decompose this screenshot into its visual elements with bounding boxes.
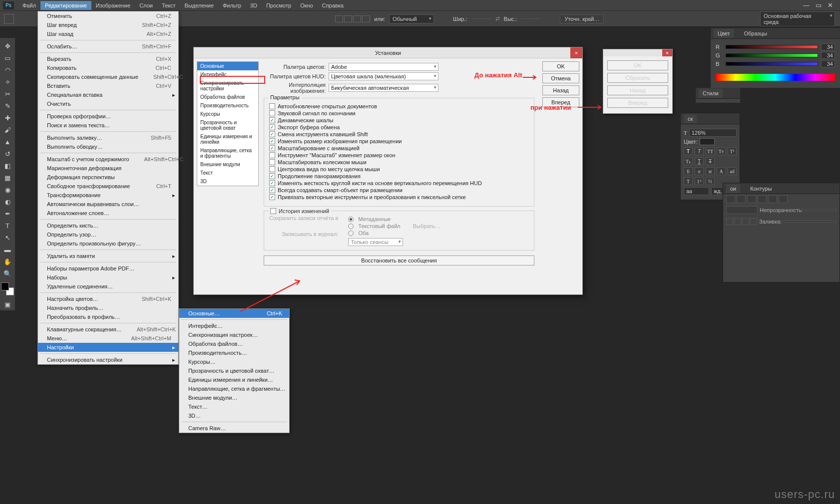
category-item[interactable]: Производительность xyxy=(197,101,258,110)
crop-tool-icon[interactable]: ✂ xyxy=(1,88,14,99)
alt-back-button[interactable]: Назад xyxy=(607,85,668,95)
eyedropper-tool-icon[interactable]: ✎ xyxy=(1,100,14,111)
menu-item[interactable]: Назначить профиль… xyxy=(38,303,178,312)
checkbox[interactable] xyxy=(269,131,275,137)
choose-button[interactable]: Выбрать… xyxy=(413,223,440,229)
filter-smart-icon[interactable] xyxy=(779,195,788,203)
underline-icon[interactable]: T xyxy=(695,157,704,165)
menu-item[interactable]: Основные…Ctrl+K xyxy=(179,309,289,318)
eraser-tool-icon[interactable]: ◧ xyxy=(1,160,14,171)
close-icon[interactable]: ✕ xyxy=(828,1,833,9)
tab-char[interactable]: ск xyxy=(684,114,697,123)
category-item[interactable]: Обработка файлов xyxy=(197,93,258,101)
ok-button[interactable]: OK xyxy=(542,61,579,71)
alt-ok-button[interactable]: OK xyxy=(607,60,668,70)
boolean-int-icon[interactable] xyxy=(362,15,370,22)
a-icon[interactable]: A xyxy=(717,167,726,175)
menu-item[interactable]: КопироватьCtrl+C xyxy=(38,63,178,72)
workspace-select[interactable]: Основная рабочая среда xyxy=(760,11,835,26)
hud-select[interactable]: Цветовая шкала (маленькая) xyxy=(329,72,438,80)
menu-item[interactable]: Единицы измерения и линейки… xyxy=(179,375,289,384)
menu-item[interactable]: Поиск и замена текста… xyxy=(38,121,178,130)
super-icon[interactable]: T¹ xyxy=(728,147,737,155)
r-slider[interactable] xyxy=(726,45,818,49)
menu-item[interactable]: Синхронизировать настройки xyxy=(38,355,178,364)
radio-textfile[interactable] xyxy=(348,224,354,229)
checkbox[interactable] xyxy=(269,103,275,109)
menu-фильтр[interactable]: Фильтр xyxy=(218,1,246,10)
boolean-add-icon[interactable] xyxy=(344,15,352,22)
move-tool-icon[interactable]: ✥ xyxy=(1,40,14,51)
menu-item[interactable]: Обработка файлов… xyxy=(179,339,289,348)
b-value[interactable]: 34 xyxy=(821,60,835,67)
tab-color[interactable]: Цвет xyxy=(714,29,734,38)
category-item[interactable]: Единицы измерения и линейки xyxy=(197,132,258,146)
radio-metadata[interactable] xyxy=(348,217,354,222)
menu-item[interactable]: Меню…Alt+Shift+Ctrl+M xyxy=(38,334,178,343)
menu-item[interactable]: Наборы xyxy=(38,273,178,282)
menu-item[interactable]: Выполнить обводку… xyxy=(38,142,178,151)
filter-type-icon[interactable] xyxy=(758,195,767,203)
menu-справка[interactable]: Справка xyxy=(318,1,348,10)
st-icon[interactable]: st xyxy=(706,167,715,175)
checkbox[interactable] xyxy=(269,180,275,186)
menu-текст[interactable]: Текст xyxy=(157,1,180,10)
half-icon[interactable]: ½ xyxy=(706,177,715,185)
menu-выделение[interactable]: Выделение xyxy=(180,1,218,10)
write-log-select[interactable]: Только сеансы xyxy=(348,238,403,246)
alt-forward-button[interactable]: Вперед xyxy=(607,98,668,108)
strike-icon[interactable]: T xyxy=(706,157,715,165)
stamp-tool-icon[interactable]: ▲ xyxy=(1,136,14,147)
menu-item[interactable]: ВставитьCtrl+V xyxy=(38,81,178,90)
bold-icon[interactable]: T xyxy=(684,147,693,155)
alt-close-button[interactable]: × xyxy=(662,49,672,56)
shape-tool-icon[interactable]: ▬ xyxy=(1,244,14,255)
boolean-sub-icon[interactable] xyxy=(353,15,361,22)
lasso-tool-icon[interactable]: ◠ xyxy=(1,64,14,75)
fi-icon[interactable]: fi xyxy=(684,167,693,175)
allcaps-icon[interactable]: TT xyxy=(706,147,715,155)
menu-item[interactable]: Camera Raw… xyxy=(179,424,289,433)
menu-item[interactable]: Шаг впередShift+Ctrl+Z xyxy=(38,20,178,29)
menu-item[interactable]: Наборы параметров Adobe PDF… xyxy=(38,264,178,273)
category-item[interactable]: Интерфейс xyxy=(197,70,258,79)
t1-icon[interactable]: T xyxy=(684,177,693,185)
menu-item[interactable]: Настройка цветов…Shift+Ctrl+K xyxy=(38,294,178,303)
filter-adj-icon[interactable] xyxy=(747,195,756,203)
menu-изображение[interactable]: Изображение xyxy=(91,1,135,10)
menu-item[interactable]: Интерфейс… xyxy=(179,321,289,330)
menu-просмотр[interactable]: Просмотр xyxy=(262,1,296,10)
category-item[interactable]: Внешние модули xyxy=(197,160,258,169)
menu-item[interactable]: Удаленные соединения… xyxy=(38,282,178,291)
text-color-swatch[interactable] xyxy=(700,138,715,145)
tab-layers[interactable]: ои xyxy=(726,184,740,193)
history-checkbox[interactable] xyxy=(270,208,276,214)
menu-item[interactable]: Настройки xyxy=(38,343,178,352)
dodge-tool-icon[interactable]: ◐ xyxy=(1,196,14,207)
filter-pixel-icon[interactable] xyxy=(737,195,746,203)
menu-item[interactable]: Прозрачность и цветовой охват… xyxy=(179,366,289,375)
zoom-tool-icon[interactable]: 🔍 xyxy=(1,268,14,279)
menu-редактирование[interactable]: Редактирование xyxy=(40,1,91,10)
blend-mode-select[interactable] xyxy=(726,206,758,214)
history-brush-icon[interactable]: ↺ xyxy=(1,148,14,159)
checkbox[interactable] xyxy=(269,110,275,116)
checkbox[interactable] xyxy=(269,117,275,123)
blur-tool-icon[interactable]: ◉ xyxy=(1,184,14,195)
g-value[interactable]: 34 xyxy=(821,52,835,59)
picker-select[interactable]: Adobe xyxy=(329,63,438,71)
menu-item[interactable]: Скопировать совмещенные данныеShift+Ctrl… xyxy=(38,72,178,81)
menu-item[interactable]: Ослабить…Shift+Ctrl+F xyxy=(38,42,178,51)
tab-swatches[interactable]: Образцы xyxy=(740,29,771,38)
menu-item[interactable]: Очистить xyxy=(38,99,178,108)
category-item[interactable]: Основные xyxy=(197,62,258,70)
menu-item[interactable]: Внешние модули… xyxy=(179,393,289,402)
maximize-icon[interactable]: ▭ xyxy=(816,1,822,9)
menu-item[interactable]: Шаг назадAlt+Ctrl+Z xyxy=(38,29,178,38)
tab-styles[interactable]: Стили xyxy=(699,89,723,98)
healing-tool-icon[interactable]: ✚ xyxy=(1,112,14,123)
fill-input[interactable] xyxy=(784,221,837,223)
path-tool-icon[interactable]: ↖ xyxy=(1,232,14,243)
category-item[interactable]: Прозрачность и цветовой охват xyxy=(197,118,258,132)
checkbox[interactable] xyxy=(269,166,275,172)
